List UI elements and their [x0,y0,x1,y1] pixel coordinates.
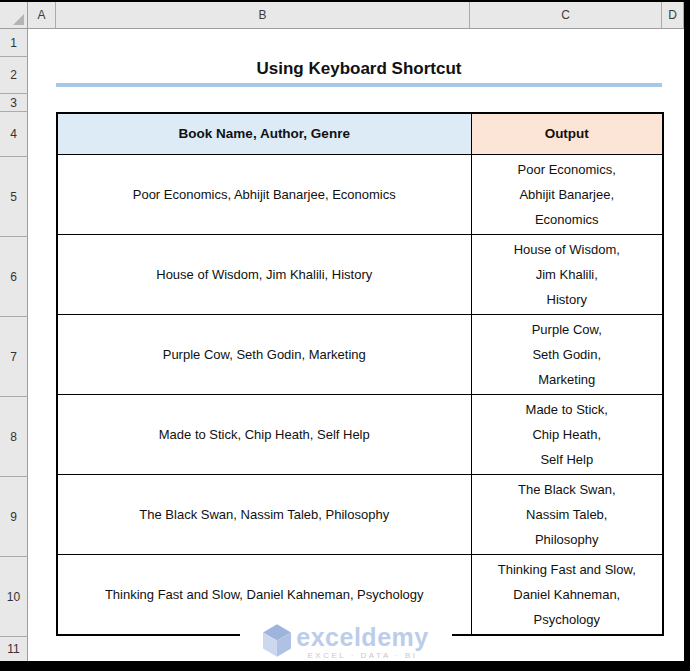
sheet-title-cell[interactable]: Using Keyboard Shortcut [56,55,662,83]
select-all-triangle-icon [13,14,24,25]
table-row: Poor Economics, Abhijit Banarjee, Econom… [57,154,663,234]
table-body: Poor Economics, Abhijit Banarjee, Econom… [57,154,663,635]
cell-book-input[interactable]: House of Wisdom, Jim Khalili, History [57,234,471,314]
cell-book-output[interactable]: Thinking Fast and Slow, Daniel Kahneman,… [471,554,663,635]
column-header-b[interactable]: B [56,2,470,29]
cell-book-input[interactable]: Made to Stick, Chip Heath, Self Help [57,394,471,474]
table-header-output-cell[interactable]: Output [471,113,663,154]
title-underline [56,83,662,87]
cell-book-output[interactable]: Poor Economics, Abhijit Banarjee, Econom… [471,154,663,234]
row-header-9[interactable]: 9 [0,477,28,557]
cell-book-input[interactable]: The Black Swan, Nassim Taleb, Philosophy [57,474,471,554]
exceldemy-cube-logo-icon [263,624,291,661]
row-header-3[interactable]: 3 [0,94,28,112]
worksheet-area: A B C D 1 2 3 4 5 6 7 8 9 10 11 Using Ke… [0,2,684,661]
row-header-2[interactable]: 2 [0,57,28,94]
table-row: Purple Cow, Seth Godin, MarketingPurple … [57,314,663,394]
watermark: exceldemy EXCEL · DATA · BI [240,619,452,661]
sheet-content: Using Keyboard Shortcut Book Name, Autho… [28,29,684,661]
row-headers: 1 2 3 4 5 6 7 8 9 10 11 [0,29,28,661]
table-row: The Black Swan, Nassim Taleb, Philosophy… [57,474,663,554]
cell-book-output[interactable]: Made to Stick, Chip Heath, Self Help [471,394,663,474]
watermark-tagline: EXCEL · DATA · BI [308,651,418,660]
excel-window: A B C D 1 2 3 4 5 6 7 8 9 10 11 Using Ke… [0,0,690,671]
row-header-6[interactable]: 6 [0,237,28,317]
column-header-d[interactable]: D [662,2,684,29]
row-header-7[interactable]: 7 [0,317,28,397]
row-header-8[interactable]: 8 [0,397,28,477]
table-row: Made to Stick, Chip Heath, Self HelpMade… [57,394,663,474]
column-header-c[interactable]: C [470,2,662,29]
row-header-10[interactable]: 10 [0,557,28,637]
watermark-brand: exceldemy [296,625,428,649]
select-all-corner[interactable] [0,2,28,29]
cell-book-input[interactable]: Poor Economics, Abhijit Banarjee, Econom… [57,154,471,234]
column-header-a[interactable]: A [28,2,56,29]
cell-book-output[interactable]: House of Wisdom, Jim Khalili, History [471,234,663,314]
row-header-11[interactable]: 11 [0,637,28,661]
row-header-1[interactable]: 1 [0,29,28,57]
books-table: Book Name, Author, Genre Output Poor Eco… [56,112,664,636]
cell-book-output[interactable]: Purple Cow, Seth Godin, Marketing [471,314,663,394]
table-header-input-cell[interactable]: Book Name, Author, Genre [57,113,471,154]
table-header-row: Book Name, Author, Genre Output [57,113,663,154]
row-header-4[interactable]: 4 [0,112,28,157]
table-row: House of Wisdom, Jim Khalili, HistoryHou… [57,234,663,314]
cell-book-input[interactable]: Purple Cow, Seth Godin, Marketing [57,314,471,394]
cell-book-output[interactable]: The Black Swan, Nassim Taleb, Philosophy [471,474,663,554]
column-headers: A B C D [28,2,684,29]
row-header-5[interactable]: 5 [0,157,28,237]
